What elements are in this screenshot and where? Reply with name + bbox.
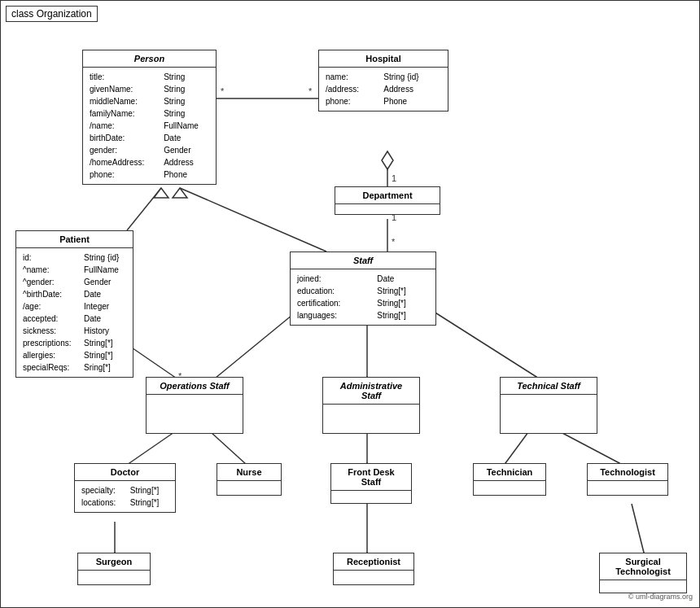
class-technician: Technician — [473, 463, 546, 496]
class-patient: Patient id:String {id} ^name:FullName ^g… — [15, 230, 133, 378]
class-front-desk-staff-title: Front Desk Staff — [331, 464, 411, 491]
svg-marker-7 — [173, 188, 187, 198]
class-surgeon-attrs — [78, 571, 150, 582]
svg-line-21 — [505, 432, 528, 463]
class-technologist: Technologist — [587, 463, 668, 496]
class-technical-staff: Technical Staff — [500, 377, 597, 434]
class-hospital: Hospital name:String {id} /address:Addre… — [318, 50, 448, 112]
svg-marker-2 — [382, 151, 393, 169]
svg-line-4 — [127, 188, 161, 230]
class-technical-staff-title: Technical Staff — [501, 378, 597, 395]
class-technician-title: Technician — [474, 464, 545, 481]
class-doctor: Doctor specialty:String[*] locations:Str… — [74, 463, 176, 513]
svg-line-15 — [127, 432, 174, 465]
class-surgical-technologist: Surgical Technologist — [599, 553, 687, 593]
class-department: Department — [335, 186, 440, 215]
svg-text:1: 1 — [392, 173, 396, 183]
class-front-desk-staff: Front Desk Staff — [330, 463, 412, 504]
class-person: Person title:String givenName:String mid… — [82, 50, 217, 185]
svg-text:*: * — [392, 237, 396, 247]
class-doctor-attrs: specialty:String[*] locations:String[*] — [75, 481, 175, 512]
class-operations-staff: Operations Staff — [146, 377, 243, 434]
diagram-container: class Organization — [0, 0, 700, 608]
class-department-attrs — [335, 204, 440, 214]
class-hospital-title: Hospital — [319, 50, 448, 68]
class-operations-staff-attrs — [147, 395, 243, 411]
svg-text:*: * — [308, 86, 313, 96]
svg-line-29 — [632, 504, 644, 553]
class-hospital-attrs: name:String {id} /address:Address phone:… — [319, 68, 448, 111]
class-nurse-attrs — [217, 481, 281, 492]
svg-line-17 — [211, 432, 247, 465]
class-technologist-title: Technologist — [588, 464, 667, 481]
class-surgeon: Surgeon — [77, 553, 151, 585]
svg-line-6 — [180, 188, 326, 252]
class-nurse-title: Nurse — [217, 464, 281, 481]
class-receptionist-title: Receptionist — [334, 553, 413, 571]
class-administrative-staff: Administrative Staff — [322, 377, 420, 434]
class-person-title: Person — [83, 50, 216, 68]
class-receptionist: Receptionist — [333, 553, 414, 585]
class-technologist-attrs — [588, 481, 667, 492]
class-department-title: Department — [335, 187, 440, 204]
class-person-attrs: title:String givenName:String middleName… — [83, 68, 216, 184]
class-staff-attrs: joined:Date education:String[*] certific… — [291, 269, 435, 325]
class-staff: Staff joined:Date education:String[*] ce… — [290, 252, 436, 326]
svg-line-23 — [561, 432, 619, 463]
class-technician-attrs — [474, 481, 545, 492]
class-doctor-title: Doctor — [75, 464, 175, 481]
class-operations-staff-title: Operations Staff — [147, 378, 243, 395]
class-receptionist-attrs — [334, 571, 413, 582]
svg-text:*: * — [221, 86, 225, 96]
class-surgical-technologist-attrs — [600, 580, 686, 592]
class-front-desk-staff-attrs — [331, 491, 411, 502]
svg-marker-5 — [154, 188, 168, 198]
class-surgical-technologist-title: Surgical Technologist — [600, 553, 686, 580]
class-patient-title: Patient — [16, 231, 133, 248]
class-administrative-staff-title: Administrative Staff — [323, 378, 419, 405]
copyright: © uml-diagrams.org — [628, 593, 693, 601]
class-staff-title: Staff — [291, 252, 435, 269]
class-surgeon-title: Surgeon — [78, 553, 150, 571]
diagram-title: class Organization — [6, 6, 98, 22]
class-technical-staff-attrs — [501, 395, 597, 411]
class-nurse: Nurse — [217, 463, 282, 496]
class-administrative-staff-attrs — [323, 405, 419, 421]
class-patient-attrs: id:String {id} ^name:FullName ^gender:Ge… — [16, 248, 133, 377]
